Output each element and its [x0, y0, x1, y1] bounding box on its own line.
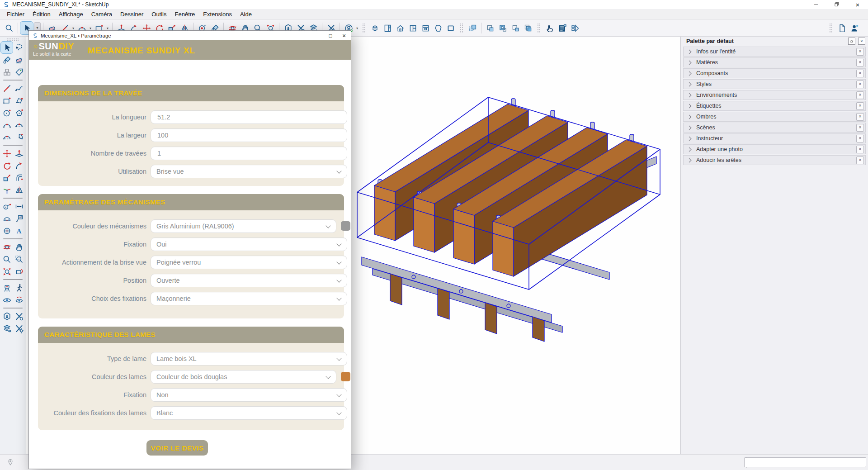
arc-tool-button[interactable]: [1, 119, 13, 131]
la-longueur-input-field[interactable]: [156, 113, 341, 121]
axes-tool-button[interactable]: [1, 184, 13, 196]
nombre-de-travees-input[interactable]: [151, 147, 347, 160]
tray-section-adoucir-les-aretes[interactable]: Adoucir les arêtes×: [683, 155, 866, 165]
view-right-tool-button[interactable]: [406, 22, 419, 34]
tray-close-button[interactable]: ×: [858, 38, 865, 45]
paint-bucket-tool-button[interactable]: [1, 54, 13, 66]
window-restore-button[interactable]: [826, 0, 847, 9]
menu-affichage[interactable]: Affichage: [55, 9, 87, 19]
window-close-button[interactable]: ×: [847, 0, 868, 9]
circle-tool-button[interactable]: [1, 107, 13, 119]
protractor-tool-button[interactable]: [1, 213, 13, 224]
nombre-de-travees-input-field[interactable]: [156, 149, 341, 157]
menu-dessiner[interactable]: Dessiner: [116, 9, 147, 19]
tray-section-close-button[interactable]: ×: [856, 146, 864, 153]
3d-warehouse-tool-button[interactable]: [1, 310, 13, 322]
zoom-tool-button[interactable]: [3, 22, 15, 34]
tray-section-close-button[interactable]: ×: [856, 113, 864, 121]
hand-pointer-tool-button[interactable]: [543, 22, 556, 34]
la-largeur-input[interactable]: [151, 128, 347, 142]
menu-camera[interactable]: Caméra: [87, 9, 116, 19]
menu-fichier[interactable]: Fichier: [3, 9, 28, 19]
component-replace-tool-button[interactable]: [484, 22, 496, 34]
entity-list-tool-button[interactable]: [556, 22, 569, 34]
zoom-extents-tool-button[interactable]: [1, 266, 13, 277]
text-tool-button[interactable]: [13, 213, 25, 224]
zoom-tool-button[interactable]: [1, 253, 13, 265]
choix-des-fixations-select[interactable]: Maçonnerie: [151, 292, 347, 305]
share-model-tool-button[interactable]: [1, 323, 13, 334]
new-document-tool-button[interactable]: [835, 22, 848, 34]
freehand-tool-button[interactable]: [13, 82, 25, 94]
lasso-tool-button[interactable]: [13, 42, 25, 53]
tray-section-close-button[interactable]: ×: [856, 135, 864, 142]
tray-section-close-button[interactable]: ×: [856, 102, 864, 110]
tray-section-environnements[interactable]: Environnements×: [683, 90, 866, 100]
utilisation-select[interactable]: Brise vue: [151, 165, 347, 178]
tag-tool-button[interactable]: [13, 66, 25, 78]
tray-section-close-button[interactable]: ×: [856, 124, 864, 132]
tray-section-close-button[interactable]: ×: [856, 48, 864, 56]
pie-tool-button[interactable]: [13, 131, 25, 143]
tray-section-scenes[interactable]: Scènes×: [683, 123, 866, 133]
add-account-tool-button[interactable]: [848, 22, 861, 34]
tray-section-close-button[interactable]: ×: [856, 59, 864, 66]
menu-outils[interactable]: Outils: [147, 9, 170, 19]
component-swap-tool-button[interactable]: [509, 22, 522, 34]
type-de-lame-select[interactable]: Lame bois XL: [151, 352, 347, 366]
tray-autohide-button[interactable]: [848, 38, 855, 45]
scale-tool-button[interactable]: [1, 172, 13, 184]
tray-section-etiquettes[interactable]: Étiquettes×: [683, 101, 866, 111]
menu-fenetre[interactable]: Fenêtre: [171, 9, 199, 19]
la-largeur-input-field[interactable]: [156, 131, 341, 139]
voir-le-devis-button[interactable]: VOIR LE DEVIS: [146, 440, 208, 456]
tray-section-composants[interactable]: Composants×: [683, 68, 866, 78]
look-around-tool-button[interactable]: [1, 294, 13, 306]
tray-section-ombres[interactable]: Ombres×: [683, 112, 866, 122]
couleur-des-lames-select[interactable]: Couleur de bois douglas: [151, 370, 336, 384]
tray-section-adapter-une-photo[interactable]: Adapter une photo×: [683, 144, 866, 154]
tray-section-styles[interactable]: Styles×: [683, 79, 866, 89]
select-tool-button[interactable]: [1, 42, 13, 53]
previous-view-tool-button[interactable]: [13, 266, 25, 277]
actionnement-de-la-brise-vue-select[interactable]: Poignée verrou: [151, 256, 347, 269]
line-tool-button[interactable]: [1, 82, 13, 94]
field-of-view-tool-button[interactable]: [13, 294, 25, 306]
two-point-arc-tool-button[interactable]: [13, 119, 25, 131]
toolbar-drag-handle[interactable]: [460, 23, 463, 33]
account-dropdown[interactable]: ▾: [355, 26, 359, 30]
view-back-tool-button[interactable]: [419, 22, 432, 34]
component-select-tool-button[interactable]: [466, 22, 479, 34]
left-toolbar-drag-handle[interactable]: [6, 38, 19, 41]
menu-aide[interactable]: Aide: [236, 9, 256, 19]
tray-section-close-button[interactable]: ×: [856, 81, 864, 88]
extension-manager-tool-button[interactable]: [13, 323, 25, 334]
couleur-des-mecanismes-color-swatch[interactable]: [341, 221, 350, 231]
dimensions-tool-button[interactable]: [13, 200, 25, 212]
view-left-tool-button[interactable]: [432, 22, 444, 34]
window-minimize-button[interactable]: ─: [806, 0, 826, 9]
toolbar-drag-handle[interactable]: [362, 23, 366, 33]
toolbar-drag-handle[interactable]: [537, 23, 541, 33]
dialog-minimize-button[interactable]: ─: [310, 31, 324, 40]
geolocation-icon[interactable]: [6, 458, 14, 466]
dialog-titlebar[interactable]: Mecanisme_XL • Paramétrage ─ □ ×: [29, 31, 351, 41]
view-iso-tool-button[interactable]: [368, 22, 381, 34]
menu-extensions[interactable]: Extensions: [199, 9, 236, 19]
walk-tool-button[interactable]: [13, 282, 25, 294]
move-tool-button[interactable]: [1, 147, 13, 159]
extension-warehouse-tool-button[interactable]: [13, 310, 25, 322]
fixation-select[interactable]: Non: [151, 388, 347, 402]
view-bottom-tool-button[interactable]: [444, 22, 457, 34]
component-merge-tool-button[interactable]: [522, 22, 534, 34]
component-extract-tool-button[interactable]: [496, 22, 509, 34]
dialog-maximize-button[interactable]: □: [324, 31, 337, 40]
zoom-window-tool-button[interactable]: [13, 253, 25, 265]
axes-compass-tool-button[interactable]: [1, 225, 13, 237]
three-point-arc-tool-button[interactable]: [1, 131, 13, 143]
line-dropdown[interactable]: ▾: [71, 26, 75, 30]
tray-section-close-button[interactable]: ×: [856, 91, 864, 99]
position-camera-tool-button[interactable]: [1, 282, 13, 294]
fixation-select[interactable]: Oui: [151, 237, 347, 251]
tray-section-close-button[interactable]: ×: [856, 157, 864, 164]
